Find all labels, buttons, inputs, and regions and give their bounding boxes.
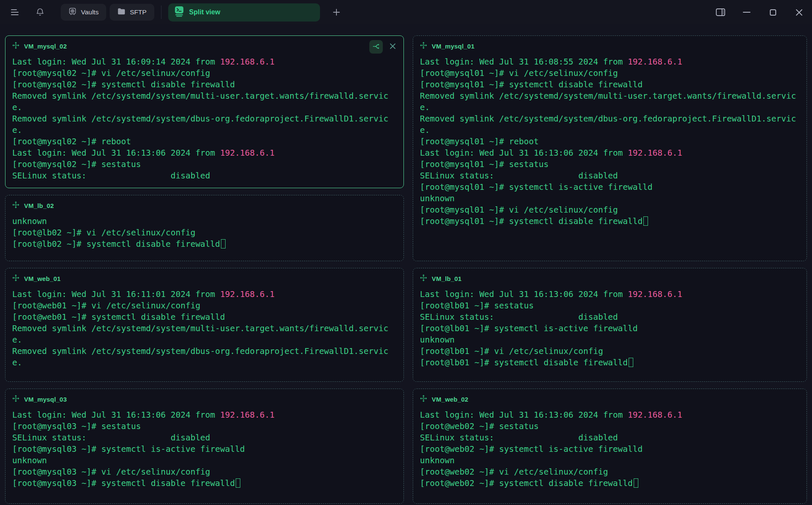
terminal-panel-vm-mysql-02[interactable]: VM_mysql_02 [5, 35, 404, 188]
terminal-line: [root@web01 ~]# vi /etc/selinux/config [12, 300, 397, 311]
terminal-line: [root@mysql02 ~]# sestatus [12, 159, 397, 170]
terminal-line: unknown [420, 193, 800, 204]
os-distro-icon [420, 274, 427, 283]
sidebar-menu-button[interactable] [8, 5, 22, 19]
terminal-cursor [634, 478, 638, 488]
panels-column-right: VM_mysql_01 Last login: Wed Jul 31 16:08… [413, 35, 807, 504]
terminal-line: Last login: Wed Jul 31 16:13:06 2024 fro… [12, 147, 397, 159]
terminal-line: [root@lb02 ~]# systemctl disable firewal… [12, 238, 397, 250]
terminal-panel-header: VM_lb_02 [12, 201, 397, 210]
terminal-line: unknown [12, 455, 397, 466]
terminal-line: Removed symlink /etc/systemd/system/mult… [12, 323, 397, 334]
terminal-line: [root@mysql02 ~]# vi /etc/selinux/config [12, 68, 397, 79]
terminal-panel-header: VM_web_01 [12, 274, 397, 283]
new-tab-button[interactable] [329, 5, 344, 19]
terminal-line: [root@web02 ~]# systemctl disable firewa… [420, 478, 800, 489]
terminal-line: unknown [420, 455, 800, 466]
terminal-line: [root@mysql01 ~]# vi /etc/selinux/config [420, 204, 800, 216]
terminal-cursor [629, 358, 633, 367]
os-distro-icon [420, 395, 427, 404]
terminal-line: Removed symlink /etc/systemd/system/mult… [12, 90, 397, 102]
terminal-line: Last login: Wed Jul 31 16:13:06 2024 fro… [420, 289, 800, 300]
terminal-cursor [221, 239, 226, 248]
sftp-button[interactable]: SFTP [110, 4, 154, 21]
terminal-panel-controls [369, 40, 398, 54]
maximize-button[interactable] [766, 5, 780, 19]
terminal-line: Last login: Wed Jul 31 16:11:01 2024 fro… [12, 289, 397, 300]
terminal-line: SELinux status: disabled [420, 311, 800, 323]
os-distro-icon [12, 201, 19, 210]
terminal-output[interactable]: Last login: Wed Jul 31 16:11:01 2024 fro… [12, 289, 397, 368]
terminal-line: SELinux status: disabled [420, 432, 800, 443]
terminal-line: e. [12, 124, 397, 136]
terminal-panel-header: VM_mysql_02 [12, 41, 397, 51]
terminal-line: Removed symlink /etc/systemd/system/mult… [420, 90, 800, 102]
terminal-line: [root@mysql03 ~]# systemctl is-active fi… [12, 443, 397, 455]
terminal-line: Last login: Wed Jul 31 16:08:55 2024 fro… [420, 56, 800, 68]
os-distro-icon [12, 274, 19, 283]
terminal-line: [root@web01 ~]# systemctl disable firewa… [12, 311, 397, 323]
vault-icon [68, 7, 77, 17]
terminal-panel-header: VM_mysql_01 [420, 41, 800, 51]
topbar-separator [161, 5, 161, 19]
os-distro-icon [12, 42, 19, 51]
terminal-panel-vm-lb-01[interactable]: VM_lb_01 Last login: Wed Jul 31 16:13:06… [413, 268, 807, 382]
terminal-line: [root@mysql01 ~]# sestatus [420, 159, 800, 170]
terminal-line: SELinux status: disabled [12, 432, 397, 443]
os-distro-icon [420, 42, 427, 51]
terminal-line: SELinux status: disabled [12, 170, 397, 181]
terminal-line: [root@lb02 ~]# vi /etc/selinux/config [12, 227, 397, 238]
terminal-panel-title: VM_mysql_02 [24, 43, 67, 50]
minimize-button[interactable] [739, 5, 754, 19]
terminal-output[interactable]: Last login: Wed Jul 31 16:08:55 2024 fro… [420, 56, 800, 227]
terminal-output[interactable]: Last login: Wed Jul 31 16:13:06 2024 fro… [420, 289, 800, 368]
terminal-icon [174, 6, 184, 19]
close-pane-button[interactable] [387, 41, 398, 53]
terminal-panel-title: VM_web_01 [24, 275, 61, 282]
terminal-line: Last login: Wed Jul 31 16:13:06 2024 fro… [12, 409, 397, 421]
terminal-panel-vm-web-02[interactable]: VM_web_02 Last login: Wed Jul 31 16:13:0… [413, 389, 807, 504]
terminal-line: Last login: Wed Jul 31 16:09:14 2024 fro… [12, 56, 397, 68]
terminal-line: [root@web02 ~]# sestatus [420, 421, 800, 432]
terminal-line: e. [12, 357, 397, 368]
terminal-line: [root@lb01 ~]# systemctl disable firewal… [420, 357, 800, 368]
terminal-output[interactable]: unknown[root@lb02 ~]# vi /etc/selinux/co… [12, 216, 397, 250]
terminal-line: Last login: Wed Jul 31 16:13:06 2024 fro… [420, 409, 800, 421]
notifications-button[interactable] [33, 5, 47, 19]
sftp-button-label: SFTP [130, 8, 147, 16]
terminal-panel-title: VM_web_02 [432, 396, 468, 403]
terminal-panel-title: VM_mysql_01 [432, 43, 474, 50]
terminal-panel-vm-lb-02[interactable]: VM_lb_02 unknown[root@lb02 ~]# vi /etc/s… [5, 195, 404, 261]
terminal-line: [root@lb01 ~]# systemctl is-active firew… [420, 323, 800, 334]
terminal-line: e. [420, 102, 800, 113]
split-pane-icon [372, 43, 380, 51]
terminal-line: Removed symlink /etc/systemd/system/dbus… [420, 113, 800, 124]
terminal-line: e. [12, 102, 397, 113]
terminal-line: Removed symlink /etc/systemd/system/dbus… [12, 113, 397, 124]
close-icon [796, 9, 803, 16]
terminal-line: Last login: Wed Jul 31 16:13:06 2024 fro… [420, 147, 800, 159]
vaults-button[interactable]: Vaults [61, 4, 106, 21]
terminal-output[interactable]: Last login: Wed Jul 31 16:13:06 2024 fro… [420, 409, 800, 489]
tab-split-view-label: Split view [189, 8, 220, 16]
panels-column-left: VM_mysql_02 [5, 35, 404, 504]
close-window-button[interactable] [792, 5, 806, 19]
terminal-line: [root@mysql01 ~]# systemctl disable fire… [420, 79, 800, 90]
terminal-line: e. [12, 334, 397, 346]
vaults-button-label: Vaults [81, 8, 99, 16]
terminal-output[interactable]: Last login: Wed Jul 31 16:13:06 2024 fro… [12, 409, 397, 489]
tab-split-view[interactable]: Split view [168, 3, 320, 22]
terminal-panel-vm-mysql-03[interactable]: VM_mysql_03 Last login: Wed Jul 31 16:13… [5, 389, 404, 504]
split-view-area: VM_mysql_02 [0, 24, 812, 504]
split-pane-button[interactable] [369, 40, 383, 54]
bell-icon [35, 8, 45, 17]
folder-icon [117, 8, 126, 17]
terminal-panel-vm-web-01[interactable]: VM_web_01 Last login: Wed Jul 31 16:11:0… [5, 268, 404, 382]
side-panel-layout-icon [715, 8, 726, 17]
top-bar: Vaults SFTP Split view [0, 0, 812, 24]
terminal-output[interactable]: Last login: Wed Jul 31 16:09:14 2024 fro… [12, 56, 397, 181]
toggle-side-panel-button[interactable] [713, 5, 728, 19]
terminal-line: unknown [420, 334, 800, 346]
terminal-panel-vm-mysql-01[interactable]: VM_mysql_01 Last login: Wed Jul 31 16:08… [413, 35, 807, 261]
terminal-line: [root@mysql02 ~]# systemctl disable fire… [12, 79, 397, 90]
